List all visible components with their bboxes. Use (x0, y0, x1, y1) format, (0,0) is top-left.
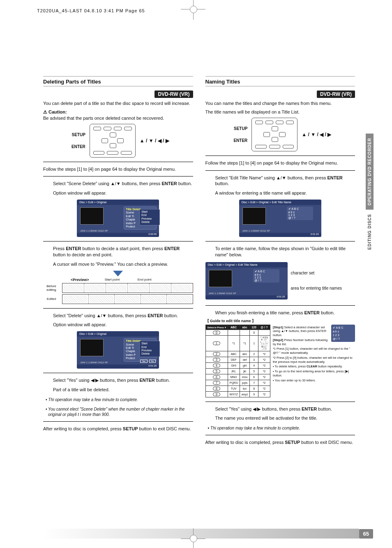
arrow-down-icon (113, 271, 123, 276)
page-footer-bar (43, 529, 359, 539)
remote-diagram: SETUP ENTER ▲ / ▼ / ◀ / ▶ (43, 124, 193, 158)
header-slug: T2020UA_45-LAST 04.8.10 3:41 PM Page 65 (37, 8, 145, 13)
footnote: • Thi operation may take a few minute to… (48, 397, 193, 402)
callout: character set (291, 270, 342, 276)
step-result: Option window will appear. (53, 190, 193, 196)
crop-mark (190, 535, 197, 542)
guide-notes: ✔ A B C a b c 1 2 3 @ ! ? [Step1] Select… (273, 325, 355, 397)
step: When you finish entering a title name, p… (215, 310, 355, 316)
osd-screenshot: Disc > Edit > Original > Edit Title Name… (205, 262, 288, 300)
osd-submenu: StartEnd PreviewDelete (139, 209, 160, 225)
guide-table: Select ▸ Press ▾ABCabc123@ ! ?001*1*11! … (205, 325, 355, 397)
filmstrip-icon (62, 283, 193, 293)
caution-text: Be advised that the parts once deleted c… (43, 116, 164, 121)
final-instruction: After writing to disc is completed, pres… (205, 439, 355, 446)
media-badge: DVD-RW (VR) (154, 91, 193, 98)
left-column: Deleting Parts of Titles DVD-RW (VR) You… (43, 76, 193, 448)
step-result: A cursor will move to "Preview." You can… (53, 261, 193, 267)
preview-diagram: <Preview> Start pointEnd point Before ed… (43, 271, 193, 304)
step: Select "Scene Delete" using ▲/▼ buttons,… (53, 181, 193, 187)
osd-screenshot: Disc > Edit > Original > Edit Title Name… (239, 200, 321, 237)
step: Select "Edit Title Name" using ▲/▼ butto… (215, 175, 355, 187)
guide-title: Guide to edit title name (205, 318, 355, 324)
osd-screenshot: Disc > Edit > Original Title Delete Scen… (77, 200, 159, 237)
step: Select "Yes" using ◀/▶ buttons, then pre… (53, 377, 193, 383)
step-result: A window for entering a title name will … (215, 190, 355, 196)
section-title-text: Naming Titles (205, 79, 240, 85)
intro-text: You can name the titles and change the n… (205, 100, 355, 107)
step: To enter a title name, follow the steps … (215, 246, 355, 258)
final-instruction: After writing to disc is completed, pres… (43, 426, 193, 432)
remote-label-setup: SETUP (67, 132, 85, 137)
instruction: Follow the steps [1] to [4] on page 64 t… (43, 166, 193, 172)
osd-path: Disc > Edit > Original (77, 200, 159, 205)
intro-text: You can delete part of a title so that t… (43, 100, 193, 107)
callout: area for entering title names (291, 286, 342, 291)
osd-screenshot: Disc > Edit > Original Title Delete Scen… (77, 331, 159, 369)
arrow-legend: ▲ / ▼ / ◀ / ▶ (140, 138, 169, 144)
step-result: Option window will appear. (53, 322, 193, 328)
filmstrip-icon (62, 294, 193, 304)
section-title: Deleting Parts of Titles (43, 76, 193, 86)
step: Select "Yes" using ◀/▶ buttons, then pre… (215, 406, 355, 412)
step-result: Part of a title will be deleted. (53, 387, 193, 393)
side-tab-primary: OPERATING DVD RECORDER (366, 134, 374, 210)
osd-thumbnail-icon (80, 207, 104, 225)
step: Select "Delete" using ▲/▼ buttons, then … (53, 313, 193, 319)
osd-charset: ✔ A B C a b c 1 2 3 @ ! ? (287, 207, 313, 220)
media-badge: DVD-RW (VR) (317, 91, 355, 98)
remote-diagram: SETUP ENTER ▲ / ▼ / ◀ / ▶ (205, 118, 355, 151)
page-sheet: T2020UA_45-LAST 04.8.10 3:41 PM Page 65 … (0, 0, 392, 548)
caution-label: Caution: (43, 109, 67, 114)
intro-text: The title names will be displayed on a T… (205, 109, 355, 115)
side-tab-secondary: EDITING DISCS (366, 210, 374, 258)
section-title-text: Deleting Parts of Titles (43, 79, 101, 85)
remote-icon (90, 124, 136, 158)
caution: Caution: Be advised that the parts once … (43, 109, 193, 121)
footnote: • Thi operation may take a few minute to… (210, 425, 355, 431)
step-result: The name you entered will be activated f… (215, 415, 355, 421)
side-tab: OPERATING DVD RECORDER EDITING DISCS (366, 134, 376, 258)
instruction: Follow the steps [1] to [4] on page 64 t… (205, 160, 355, 166)
page-number: 65 (359, 529, 373, 539)
crop-mark (190, 6, 197, 13)
footnote: • You cannot elect "Scene Delete" when t… (48, 406, 193, 417)
remote-label-enter: ENTER (67, 144, 85, 149)
right-column: Naming Titles DVD-RW (VR) You can name t… (205, 76, 355, 448)
step: Press ENTER button to decide a start poi… (53, 246, 193, 258)
remote-icon (251, 118, 297, 151)
